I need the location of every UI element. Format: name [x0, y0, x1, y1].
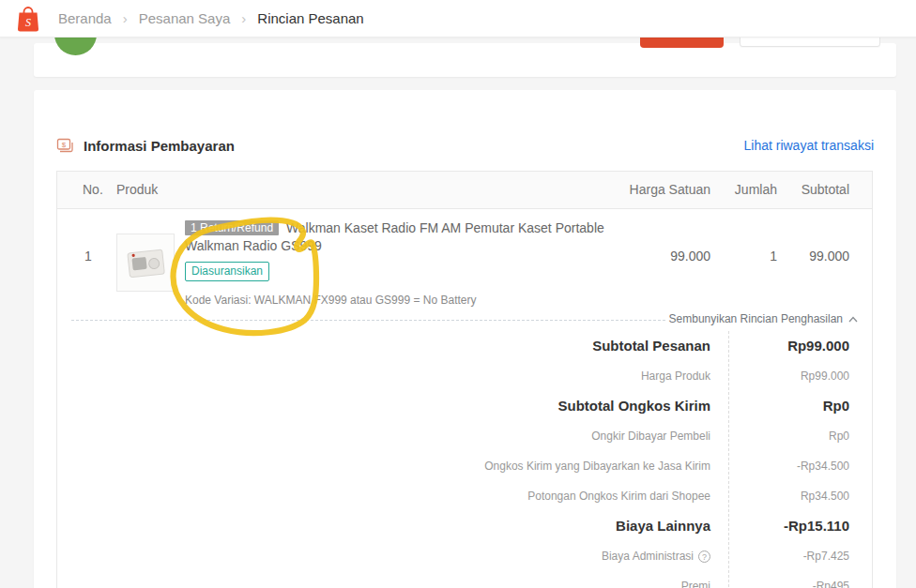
summary-label: Premi — [681, 571, 710, 588]
product-row-number: 1 — [84, 249, 92, 264]
breadcrumb-separator-icon: › — [241, 10, 246, 26]
summary-value: Rp34.500 — [801, 481, 849, 511]
summary-value: Rp0 — [829, 421, 849, 451]
summary-row-ongkir-jasa-kirim: Ongkos Kirim yang Dibayarkan ke Jasa Kir… — [57, 451, 872, 481]
help-icon[interactable]: ? — [698, 550, 710, 563]
summary-label: Ongkir Dibayar Pembeli — [591, 421, 710, 451]
col-header-harga-satuan: Harga Satuan — [630, 172, 710, 208]
col-header-produk: Produk — [116, 172, 158, 208]
summary-label: Harga Produk — [641, 361, 710, 391]
payment-table: No. Produk Harga Satuan Jumlah Subtotal … — [56, 171, 873, 588]
section-title: Informasi Pembayaran — [84, 138, 235, 154]
col-header-subtotal: Subtotal — [802, 172, 849, 208]
summary-row-potongan-ongkir: Potongan Ongkos Kirim dari Shopee Rp34.5… — [57, 481, 872, 511]
summary-value: -Rp15.110 — [784, 511, 849, 541]
chevron-up-icon — [848, 316, 858, 323]
summary-row-biaya-administrasi: Biaya Administrasi ? -Rp7.425 — [57, 541, 872, 571]
summary-row-subtotal-pesanan: Subtotal Pesanan Rp99.000 — [57, 331, 872, 361]
cell-subtotal: 99.000 — [809, 249, 849, 264]
insured-badge: Diasuransikan — [185, 262, 269, 281]
cell-jumlah: 1 — [770, 249, 777, 264]
payment-icon: $ — [56, 138, 73, 153]
summary-value: -Rp495 — [813, 571, 849, 588]
shopee-logo-icon[interactable]: S — [14, 4, 42, 34]
summary-row-premi: Premi -Rp495 — [57, 571, 872, 588]
order-summary-card — [34, 43, 896, 77]
summary-value: Rp0 — [823, 391, 849, 421]
summary-row-ongkir-pembeli: Ongkir Dibayar Pembeli Rp0 — [57, 421, 872, 451]
product-details: 1 Return/RefundWalkman Kaset Radio FM AM… — [185, 219, 615, 307]
breadcrumb: Beranda › Pesanan Saya › Rincian Pesanan — [58, 10, 364, 26]
summary-label: Subtotal Pesanan — [592, 331, 710, 361]
summary-row-harga-produk: Harga Produk Rp99.000 — [57, 361, 872, 391]
product-variation: Kode Variasi: WALKMAN FX999 atau GS999 =… — [185, 294, 615, 307]
toggle-label: Sembunyikan Rincian Penghasilan — [669, 312, 843, 325]
order-detail-page: S Beranda › Pesanan Saya › Rincian Pesan… — [0, 0, 916, 588]
payment-info-card: $ Informasi Pembayaran Lihat riwayat tra… — [34, 90, 896, 588]
transaction-history-link[interactable]: Lihat riwayat transaksi — [743, 138, 874, 153]
product-thumbnail[interactable] — [116, 234, 175, 292]
col-header-no: No. — [83, 172, 103, 208]
breadcrumb-separator-icon: › — [123, 10, 128, 26]
payment-section-header: $ Informasi Pembayaran Lihat riwayat tra… — [56, 136, 874, 155]
summary-label: Subtotal Ongkos Kirim — [557, 391, 710, 421]
summary-label: Biaya Lainnya — [616, 511, 710, 541]
summary-row-subtotal-ongkir: Subtotal Ongkos Kirim Rp0 — [57, 391, 872, 421]
top-navbar: S Beranda › Pesanan Saya › Rincian Pesan… — [0, 0, 916, 38]
summary-value: Rp99.000 — [787, 331, 849, 361]
summary-value: Rp99.000 — [801, 361, 849, 391]
svg-text:$: $ — [62, 141, 67, 149]
summary-row-biaya-lainnya: Biaya Lainnya -Rp15.110 — [57, 511, 872, 541]
summary-value: -Rp34.500 — [797, 451, 849, 481]
breadcrumb-beranda[interactable]: Beranda — [58, 10, 112, 26]
walkman-image — [120, 237, 172, 289]
breadcrumb-rincian-pesanan: Rincian Pesanan — [257, 10, 363, 26]
summary-label: Biaya Administrasi — [602, 541, 694, 571]
summary-value: -Rp7.425 — [803, 541, 849, 571]
cell-harga-satuan: 99.000 — [670, 249, 710, 264]
income-detail-toggle[interactable]: Sembunyikan Rincian Penghasilan — [669, 312, 858, 325]
table-header-row: No. Produk Harga Satuan Jumlah Subtotal — [57, 172, 872, 209]
svg-text:S: S — [25, 16, 31, 29]
income-summary: Subtotal Pesanan Rp99.000 Harga Produk R… — [57, 331, 872, 588]
col-header-jumlah: Jumlah — [735, 172, 777, 208]
breadcrumb-pesanan-saya[interactable]: Pesanan Saya — [139, 10, 231, 26]
return-refund-badge: 1 Return/Refund — [185, 220, 279, 235]
dashed-separator — [71, 320, 665, 321]
summary-label: Ongkos Kirim yang Dibayarkan ke Jasa Kir… — [484, 451, 710, 481]
summary-label: Potongan Ongkos Kirim dari Shopee — [527, 481, 710, 511]
